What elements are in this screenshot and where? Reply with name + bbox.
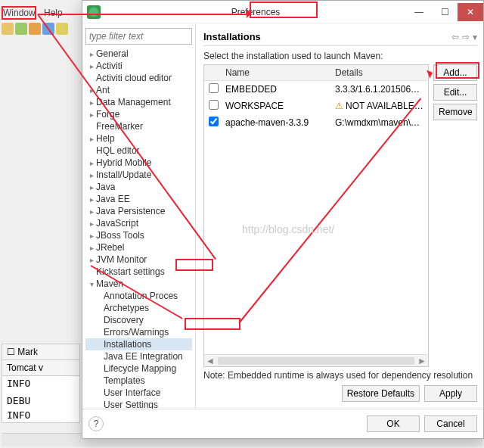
menu-help[interactable]: Help bbox=[44, 8, 63, 18]
chevron-right-icon: ▸ bbox=[87, 244, 96, 252]
table-row[interactable]: EMBEDDED3.3.3/1.6.1.20150625-2337 bbox=[204, 81, 428, 98]
tree-item-label: Templates bbox=[104, 375, 145, 386]
tree-item-java[interactable]: ▸Java bbox=[85, 181, 192, 193]
tree-item-jvm-monitor[interactable]: ▸JVM Monitor bbox=[85, 254, 192, 266]
chevron-right-icon: ▸ bbox=[87, 232, 96, 240]
row-checkbox[interactable] bbox=[209, 117, 219, 126]
ok-button[interactable]: OK bbox=[367, 415, 420, 432]
apply-button[interactable]: Apply bbox=[424, 385, 477, 402]
chevron-right-icon: ▸ bbox=[87, 219, 96, 228]
tree-item-activiti-cloud-editor[interactable]: Activiti cloud editor bbox=[85, 72, 192, 84]
tree-item-freemarker[interactable]: FreeMarker bbox=[85, 120, 192, 132]
tree-item-label: Forge bbox=[96, 109, 119, 120]
preferences-dialog: Preferences — ☐ ✕ ▸General▸ActivitiActiv… bbox=[82, 0, 484, 439]
add-button[interactable]: Add... bbox=[433, 64, 477, 81]
chevron-right-icon: ▸ bbox=[87, 195, 96, 204]
tree-item-discovery[interactable]: Discovery bbox=[85, 314, 192, 326]
tree-item-java-ee-integration[interactable]: Java EE Integration bbox=[85, 350, 192, 362]
remove-button[interactable]: Remove bbox=[433, 104, 477, 120]
console-line: INFO bbox=[2, 376, 79, 390]
tree-item-javascript[interactable]: ▸JavaScript bbox=[85, 217, 192, 229]
tree-item-label: JBoss Tools bbox=[96, 230, 144, 241]
tree-item-archetypes[interactable]: Archetypes bbox=[85, 302, 192, 314]
row-details: ⚠NOT AVAILABLE [3.0,) bbox=[330, 98, 428, 114]
forward-icon[interactable]: ⇨ bbox=[462, 32, 470, 42]
help-icon[interactable]: ? bbox=[88, 416, 104, 431]
maximize-button[interactable]: ☐ bbox=[432, 3, 458, 21]
warning-icon: ⚠ bbox=[335, 101, 343, 111]
chevron-right-icon: ▸ bbox=[87, 135, 96, 143]
tree-item-help[interactable]: ▸Help bbox=[85, 132, 192, 145]
scroll-left-icon[interactable]: ◄ bbox=[206, 356, 215, 366]
chevron-right-icon: ▸ bbox=[87, 98, 96, 107]
tree-item-install-update[interactable]: ▸Install/Update bbox=[85, 169, 192, 181]
tree-item-templates[interactable]: Templates bbox=[85, 375, 192, 387]
menu-dropdown-icon[interactable]: ▾ bbox=[473, 32, 477, 42]
tree-item-label: Installations bbox=[104, 339, 151, 350]
tree-item-hybrid-mobile[interactable]: ▸Hybrid Mobile bbox=[85, 157, 192, 169]
column-details[interactable]: Details bbox=[330, 65, 428, 80]
tree-item-errors-warnings[interactable]: Errors/Warnings bbox=[85, 326, 192, 338]
chevron-right-icon: ▸ bbox=[87, 110, 96, 119]
servers-tab[interactable]: Tomcat v bbox=[2, 360, 79, 376]
row-details: 3.3.3/1.6.1.20150625-2337 bbox=[330, 82, 428, 97]
tree-item-label: JRebel bbox=[96, 242, 124, 253]
tree-item-kickstart-settings[interactable]: Kickstart settings bbox=[85, 266, 192, 278]
chevron-right-icon: ▸ bbox=[87, 86, 96, 95]
tree-item-forge[interactable]: ▸Forge bbox=[85, 108, 192, 120]
toolbar-icon[interactable] bbox=[56, 23, 68, 35]
filter-input[interactable] bbox=[85, 28, 192, 45]
row-name: apache-maven-3.3.9 bbox=[221, 115, 330, 130]
tree-item-label: Java bbox=[96, 182, 115, 192]
markers-tab[interactable]: ☐ Mark bbox=[2, 344, 79, 360]
tree-item-hql-editor[interactable]: HQL editor bbox=[85, 145, 192, 157]
back-icon[interactable]: ⇦ bbox=[451, 32, 459, 42]
chevron-down-icon: ▾ bbox=[87, 280, 96, 288]
tree-item-lifecycle-mapping[interactable]: Lifecycle Mapping bbox=[85, 362, 192, 375]
tree-item-java-ee[interactable]: ▸Java EE bbox=[85, 193, 192, 205]
tree-item-maven[interactable]: ▾Maven bbox=[85, 278, 192, 290]
tree-item-activiti[interactable]: ▸Activiti bbox=[85, 60, 192, 72]
row-checkbox[interactable] bbox=[209, 100, 219, 110]
column-name[interactable]: Name bbox=[221, 65, 330, 80]
restore-defaults-button[interactable]: Restore Defaults bbox=[342, 385, 420, 402]
table-row[interactable]: apache-maven-3.3.9G:\wmdxm\maven\apache-… bbox=[204, 114, 428, 131]
tree-item-label: General bbox=[96, 48, 129, 59]
horizontal-scrollbar[interactable]: ◄ ► bbox=[204, 354, 428, 366]
row-checkbox[interactable] bbox=[209, 83, 219, 93]
cancel-button[interactable]: Cancel bbox=[424, 415, 477, 432]
tree-item-jrebel[interactable]: ▸JRebel bbox=[85, 241, 192, 254]
preferences-tree[interactable]: ▸General▸ActivitiActiviti cloud editor▸A… bbox=[85, 48, 192, 409]
tree-item-label: User Interface bbox=[104, 387, 160, 398]
tree-item-label: Errors/Warnings bbox=[104, 327, 169, 338]
tree-item-user-settings[interactable]: User Settings bbox=[85, 399, 192, 409]
tree-item-jboss-tools[interactable]: ▸JBoss Tools bbox=[85, 229, 192, 241]
tree-item-java-persistence[interactable]: ▸Java Persistence bbox=[85, 205, 192, 217]
eclipse-menubar: Window Help bbox=[3, 8, 69, 18]
minimize-button[interactable]: — bbox=[406, 3, 432, 21]
tree-item-data-management[interactable]: ▸Data Management bbox=[85, 96, 192, 108]
toolbar-icon[interactable] bbox=[15, 23, 27, 35]
tree-item-label: JVM Monitor bbox=[96, 254, 147, 265]
tree-item-label: Hybrid Mobile bbox=[96, 157, 151, 168]
tree-item-label: Ant bbox=[96, 85, 110, 95]
scroll-right-icon[interactable]: ► bbox=[417, 356, 427, 366]
tree-item-ant[interactable]: ▸Ant bbox=[85, 84, 192, 96]
tree-item-label: JavaScript bbox=[96, 218, 138, 229]
tree-item-installations[interactable]: Installations bbox=[85, 338, 192, 350]
toolbar-icon[interactable] bbox=[42, 23, 54, 35]
toolbar-icon[interactable] bbox=[29, 23, 41, 35]
menu-window[interactable]: Window bbox=[3, 8, 36, 18]
edit-button[interactable]: Edit... bbox=[433, 84, 477, 101]
close-button[interactable]: ✕ bbox=[458, 3, 483, 21]
toolbar-icon[interactable] bbox=[2, 23, 14, 35]
note-text: Note: Embedded runtime is always used fo… bbox=[203, 370, 477, 381]
chevron-right-icon: ▸ bbox=[87, 50, 96, 58]
tree-item-label: Java Persistence bbox=[96, 206, 165, 216]
tree-item-annotation-proces[interactable]: Annotation Proces bbox=[85, 290, 192, 302]
chevron-right-icon: ▸ bbox=[87, 62, 96, 70]
tree-item-label: Archetypes bbox=[104, 303, 149, 313]
tree-item-general[interactable]: ▸General bbox=[85, 48, 192, 60]
tree-item-user-interface[interactable]: User Interface bbox=[85, 387, 192, 399]
table-row[interactable]: WORKSPACE⚠NOT AVAILABLE [3.0,) bbox=[204, 98, 428, 114]
